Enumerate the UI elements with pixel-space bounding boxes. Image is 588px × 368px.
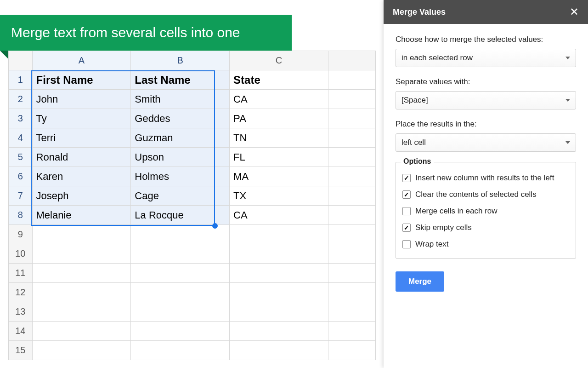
- cell[interactable]: Ronald: [32, 148, 131, 167]
- cell[interactable]: [32, 341, 131, 360]
- cell[interactable]: Holmes: [131, 167, 230, 186]
- option-checkbox[interactable]: Merge cells in each row: [402, 203, 569, 219]
- cell[interactable]: [328, 225, 375, 244]
- cell[interactable]: Last Name: [131, 70, 230, 90]
- cell[interactable]: [131, 244, 230, 264]
- cell[interactable]: [230, 322, 328, 341]
- cell[interactable]: Cage: [131, 186, 230, 206]
- col-header-b[interactable]: B: [131, 51, 230, 70]
- cell[interactable]: John: [32, 90, 131, 109]
- merge-how-value: in each selected row: [401, 53, 473, 63]
- row-header[interactable]: 14: [9, 322, 33, 341]
- row-header[interactable]: 8: [9, 206, 33, 225]
- cell[interactable]: TN: [230, 128, 328, 148]
- row-header[interactable]: 4: [9, 128, 33, 148]
- cell[interactable]: Ty: [32, 109, 131, 128]
- cell[interactable]: [328, 128, 375, 148]
- cell[interactable]: Melanie: [32, 206, 131, 225]
- cell[interactable]: [328, 109, 375, 128]
- cell[interactable]: [328, 148, 375, 167]
- row-header[interactable]: 7: [9, 186, 33, 206]
- cell[interactable]: [328, 70, 375, 90]
- grid-corner[interactable]: [9, 51, 33, 70]
- cell[interactable]: [32, 244, 131, 264]
- cell[interactable]: [131, 322, 230, 341]
- cell[interactable]: [131, 283, 230, 302]
- cell[interactable]: [328, 206, 375, 225]
- cell[interactable]: [328, 244, 375, 264]
- cell[interactable]: [131, 264, 230, 283]
- cell[interactable]: [230, 341, 328, 360]
- checkbox-icon: [402, 207, 411, 215]
- cell[interactable]: [328, 341, 375, 360]
- cell[interactable]: CA: [230, 206, 328, 225]
- row-header[interactable]: 1: [9, 70, 33, 90]
- cell[interactable]: [131, 341, 230, 360]
- cell[interactable]: Geddes: [131, 109, 230, 128]
- cell[interactable]: Smith: [131, 90, 230, 109]
- cell[interactable]: [32, 264, 131, 283]
- cell[interactable]: Upson: [131, 148, 230, 167]
- cell[interactable]: [230, 225, 328, 244]
- cell[interactable]: [32, 225, 131, 244]
- cell[interactable]: CA: [230, 90, 328, 109]
- cell[interactable]: [328, 264, 375, 283]
- row-header[interactable]: 12: [9, 283, 33, 302]
- row-header[interactable]: 2: [9, 90, 33, 109]
- row-header[interactable]: 15: [9, 341, 33, 360]
- cell[interactable]: Guzman: [131, 128, 230, 148]
- close-icon[interactable]: ✕: [570, 6, 579, 17]
- selection-handle[interactable]: [212, 223, 218, 229]
- cell[interactable]: [32, 283, 131, 302]
- row-header[interactable]: 5: [9, 148, 33, 167]
- spreadsheet-grid[interactable]: A B C 1 First Name Last Name State 2John…: [8, 51, 376, 360]
- row-header[interactable]: 13: [9, 302, 33, 322]
- cell[interactable]: [230, 283, 328, 302]
- place-select[interactable]: left cell: [396, 133, 576, 152]
- merge-how-select[interactable]: in each selected row: [396, 49, 576, 67]
- cell[interactable]: [131, 302, 230, 322]
- row-header[interactable]: 10: [9, 244, 33, 264]
- row-header[interactable]: 3: [9, 109, 33, 128]
- row-header[interactable]: 11: [9, 264, 33, 283]
- cell[interactable]: FL: [230, 148, 328, 167]
- checkbox-icon: [402, 190, 411, 199]
- promo-banner: Merge text from several cells into one: [0, 15, 292, 51]
- cell[interactable]: [230, 302, 328, 322]
- place-label: Place the results in the:: [396, 120, 576, 129]
- cell[interactable]: La Rocque: [131, 206, 230, 225]
- cell[interactable]: [328, 186, 375, 206]
- cell[interactable]: TX: [230, 186, 328, 206]
- cell[interactable]: [328, 283, 375, 302]
- cell[interactable]: [328, 302, 375, 322]
- row-header[interactable]: 6: [9, 167, 33, 186]
- col-header-d[interactable]: [328, 51, 375, 70]
- option-label: Merge cells in each row: [415, 207, 498, 216]
- merge-how-label: Choose how to merge the selected values:: [396, 35, 576, 44]
- cell[interactable]: State: [230, 70, 328, 90]
- cell[interactable]: Joseph: [32, 186, 131, 206]
- cell[interactable]: MA: [230, 167, 328, 186]
- separator-select[interactable]: [Space]: [396, 91, 576, 109]
- option-checkbox[interactable]: Insert new column with results to the le…: [402, 170, 569, 186]
- options-legend: Options: [401, 157, 434, 166]
- cell[interactable]: First Name: [32, 70, 131, 90]
- cell[interactable]: Karen: [32, 167, 131, 186]
- cell[interactable]: [32, 322, 131, 341]
- col-header-c[interactable]: C: [230, 51, 328, 70]
- cell[interactable]: [328, 90, 375, 109]
- cell[interactable]: [230, 264, 328, 283]
- option-checkbox[interactable]: Skip empty cells: [402, 219, 569, 236]
- cell[interactable]: Terri: [32, 128, 131, 148]
- row-header[interactable]: 9: [9, 225, 33, 244]
- cell[interactable]: [328, 322, 375, 341]
- cell[interactable]: [230, 244, 328, 264]
- cell[interactable]: [328, 167, 375, 186]
- option-checkbox[interactable]: Wrap text: [402, 236, 569, 253]
- merge-button[interactable]: Merge: [396, 271, 444, 292]
- col-header-a[interactable]: A: [32, 51, 131, 70]
- cell[interactable]: PA: [230, 109, 328, 128]
- option-checkbox[interactable]: Clear the contents of selected cells: [402, 186, 569, 203]
- cell[interactable]: [32, 302, 131, 322]
- checkbox-icon: [402, 224, 411, 232]
